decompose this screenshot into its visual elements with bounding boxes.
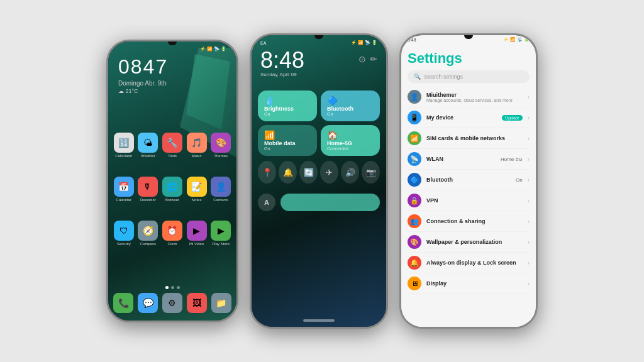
phone2-top-controls: ⊙ ✏ — [358, 49, 377, 64]
miuithemer-icon: 👤 — [408, 90, 421, 104]
phone2-screen: EA ⚡ 📶 📡 🔋 8:48 Sunday, April 09 ⊙ ✏ 💧 — [252, 35, 386, 327]
phone2-time: 8:48 — [260, 49, 304, 72]
phone2-carrier: EA — [260, 41, 266, 45]
phone1-temp: ☁ 21°C — [118, 88, 168, 94]
aod-icon: 🔔 — [408, 256, 421, 270]
settings-item-vpn[interactable]: 🔒 VPN › — [408, 190, 530, 211]
phone1-time-area: 0847 Domingo Abr. 9th ☁ 21°C — [118, 55, 168, 94]
wlan-text: WLAN — [426, 156, 496, 162]
search-icon: 🔍 — [414, 74, 421, 80]
control-btn-airplane[interactable]: ✈ — [320, 161, 338, 184]
settings-item-wallpaper[interactable]: 🎨 Wallpaper & personalization › — [408, 232, 530, 253]
bluetooth-icon: ⚡ — [200, 47, 206, 52]
edit-icon[interactable]: ✏ — [370, 54, 377, 64]
app-weather[interactable]: 🌤 Weather — [138, 133, 159, 158]
dot-3 — [177, 286, 180, 289]
phone1-time: 0847 — [118, 55, 168, 79]
phone1-geometric — [161, 41, 236, 180]
settings-item-sim[interactable]: 📶 SIM cards & mobile networks › — [408, 128, 530, 149]
settings-item-connection-sharing[interactable]: 👥 Connection & sharing › — [408, 211, 530, 232]
tile-mobile-data-label-group: Mobile data On — [264, 140, 311, 151]
dock-files[interactable]: 📁 — [211, 293, 231, 314]
app-compass[interactable]: 🧭 Compass — [138, 221, 159, 246]
control-btn-sound[interactable]: 🔔 — [279, 161, 297, 184]
battery-status-icon: 🔋 — [372, 40, 377, 45]
settings-item-display[interactable]: 🖥 Display › — [408, 273, 530, 294]
dock-settings[interactable]: ⚙ — [162, 293, 183, 314]
signal-icon: 📶 — [207, 47, 213, 52]
app-contacts[interactable]: 👤 Contacts — [210, 177, 231, 202]
phone3-time: 8:48 — [408, 38, 416, 42]
settings-circle-icon[interactable]: ⊙ — [358, 54, 366, 64]
phone1-dock: 📞 💬 ⚙ 🖼 📁 — [113, 293, 231, 314]
settings-item-miuithemer[interactable]: 👤 Miuithemer Manage accounts, cloud serv… — [408, 87, 530, 107]
chevron-icon-device: › — [528, 114, 530, 121]
app-music[interactable]: 🎵 Music — [186, 133, 208, 158]
chevron-icon: › — [528, 94, 530, 101]
aod-text: Always-on display & Lock screen — [426, 260, 523, 266]
phone1-status-icons: ⚡ 📶 📡 🔋 — [200, 47, 226, 52]
dock-phone[interactable]: 📞 — [113, 293, 134, 314]
tile-brightness-label-group: Brightness On — [264, 106, 311, 116]
tile-mobile-data[interactable]: 📶 Mobile data On — [258, 125, 317, 156]
app-themes[interactable]: 🎨 Themes — [210, 133, 231, 158]
connection-sharing-text: Connection & sharing — [426, 218, 523, 224]
phone1-screen: ⚡ 📶 📡 🔋 0847 Domingo Abr. 9th ☁ 21°C 🔢 C… — [108, 41, 236, 321]
phone2-home-indicator[interactable] — [303, 319, 335, 322]
control-btn-location[interactable]: 📍 — [258, 161, 276, 184]
chevron-icon-bluetooth: › — [528, 177, 530, 184]
sim-text: SIM cards & mobile networks — [426, 135, 523, 141]
quick-tiles: 💧 Brightness On 🔷 Bluetooth On 📶 Mobile … — [258, 90, 380, 156]
app-calendar[interactable]: 📅 Calendar — [113, 177, 135, 202]
app-tools[interactable]: 🔧 Tools — [162, 133, 183, 158]
app-notes[interactable]: 📝 Notes — [186, 177, 208, 202]
bluetooth-text: Bluetooth — [426, 177, 511, 183]
tile-bluetooth[interactable]: 🔷 Bluetooth On — [321, 90, 380, 121]
settings-content: Settings 🔍 Search settings 👤 Miuithemer … — [401, 47, 536, 327]
auto-brightness-label[interactable]: A — [258, 194, 275, 211]
battery-icon: 🔋 — [221, 47, 226, 52]
control-btn-volume[interactable]: 🔊 — [341, 161, 359, 184]
tile-home5g[interactable]: 🏠 Home-5G Connected — [321, 125, 380, 156]
display-text: Display — [426, 280, 523, 287]
bluetooth-settings-icon: 🔷 — [408, 173, 421, 187]
settings-item-bluetooth[interactable]: 🔷 Bluetooth On › — [408, 170, 530, 190]
dock-messages[interactable]: 💬 — [138, 293, 158, 314]
app-recorder[interactable]: 🎙 Recorder — [138, 177, 159, 202]
app-play-store[interactable]: ▶ Play Store — [210, 221, 231, 246]
phone3-screen: 8:48 ⚡ 📶 📡 🔋 Settings 🔍 Search settings … — [401, 35, 536, 327]
phone-2: EA ⚡ 📶 📡 🔋 8:48 Sunday, April 09 ⊙ ✏ 💧 — [250, 33, 388, 329]
phone3-battery-icon: 🔋 — [524, 37, 530, 42]
control-btn-rotation[interactable]: 🔄 — [299, 161, 318, 184]
phone3-status-icons: ⚡ 📶 📡 🔋 — [503, 37, 530, 42]
chevron-icon-vpn: › — [528, 197, 530, 204]
settings-item-wlan[interactable]: 📡 WLAN Home-5G › — [408, 149, 530, 170]
brightness-slider-track[interactable] — [280, 194, 380, 211]
dock-gallery[interactable]: 🖼 — [186, 293, 207, 314]
control-btn-camera[interactable]: 📷 — [362, 161, 380, 184]
tile-bluetooth-label-group: Bluetooth On — [327, 106, 374, 116]
phone1-date: Domingo Abr. 9th — [118, 80, 168, 87]
brightness-slider-row: A — [258, 194, 380, 211]
control-buttons-row: 📍 🔔 🔄 ✈ 🔊 📷 — [258, 161, 380, 184]
tile-brightness[interactable]: 💧 Brightness On — [258, 90, 317, 121]
app-row-1: 🔢 Calculator 🌤 Weather 🔧 Tools 🎵 Music 🎨… — [113, 133, 231, 158]
phone3-signal-icon: 📶 — [510, 37, 516, 42]
phone-1: ⚡ 📶 📡 🔋 0847 Domingo Abr. 9th ☁ 21°C 🔢 C… — [106, 40, 238, 322]
wlan-status: Home-5G — [501, 156, 523, 162]
tile-brightness-sub: On — [264, 112, 311, 116]
app-mi-video[interactable]: ▶ Mi Video — [186, 221, 208, 246]
app-calculator[interactable]: 🔢 Calculator — [113, 133, 135, 158]
wlan-icon: 📡 — [408, 152, 421, 166]
app-security[interactable]: 🛡 Security — [113, 221, 135, 246]
app-browser[interactable]: 🌐 Browser — [162, 177, 183, 202]
settings-search-bar[interactable]: 🔍 Search settings — [408, 70, 530, 83]
sim-icon: 📶 — [408, 131, 421, 145]
settings-item-my-device[interactable]: 📱 My device Update › — [408, 107, 530, 128]
phone1-status-bar: ⚡ 📶 📡 🔋 — [108, 47, 236, 52]
phone2-status-bar: EA ⚡ 📶 📡 🔋 — [252, 40, 386, 45]
chevron-icon-wallpaper: › — [528, 239, 530, 246]
app-clock[interactable]: ⏰ Clock — [162, 221, 183, 246]
home5g-tile-icon: 🏠 — [327, 130, 374, 140]
settings-item-aod[interactable]: 🔔 Always-on display & Lock screen › — [408, 253, 530, 273]
